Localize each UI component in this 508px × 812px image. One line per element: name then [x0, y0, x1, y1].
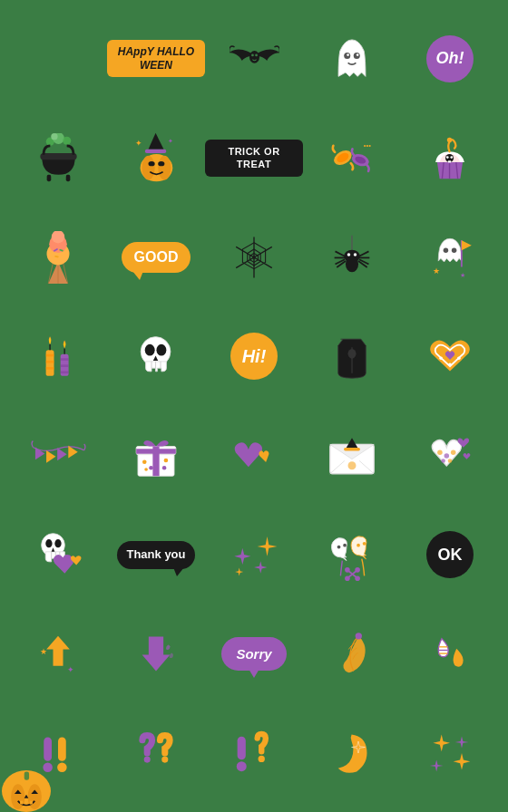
svg-point-120: [144, 468, 148, 471]
svg-point-65: [252, 256, 256, 259]
svg-point-140: [362, 542, 366, 546]
svg-marker-108: [34, 447, 44, 459]
sticker-ghost[interactable]: [303, 9, 401, 109]
svg-point-146: [355, 576, 360, 582]
svg-rect-21: [40, 153, 76, 160]
sticker-balloon-ghosts[interactable]: [303, 506, 401, 605]
svg-point-79: [444, 248, 449, 254]
svg-point-156: [57, 763, 67, 773]
svg-rect-159: [238, 737, 246, 760]
svg-point-149: [356, 633, 362, 639]
svg-rect-8: [24, 801, 27, 805]
svg-point-29: [142, 156, 154, 180]
svg-point-19: [63, 136, 71, 144]
svg-point-134: [45, 539, 52, 547]
sticker-pumpkin[interactable]: [9, 9, 107, 109]
svg-rect-9: [30, 801, 33, 805]
sticker-skull[interactable]: [107, 307, 205, 407]
sticker-bat[interactable]: [205, 9, 303, 109]
sticker-ghost-score[interactable]: ★ ★: [401, 208, 499, 307]
sticker-excl-question[interactable]: [205, 704, 303, 804]
sticker-water-drops[interactable]: [401, 604, 499, 704]
sticker-stars[interactable]: [401, 704, 499, 804]
svg-point-127: [451, 450, 456, 455]
sticker-cauldron[interactable]: [9, 109, 107, 208]
sticker-sorry-bubble[interactable]: Sorry: [205, 604, 303, 704]
svg-point-100: [156, 344, 166, 356]
svg-point-126: [444, 453, 450, 459]
sticker-banner[interactable]: [9, 406, 107, 506]
svg-text:✦: ✦: [168, 139, 173, 146]
svg-point-119: [162, 466, 167, 470]
svg-rect-91: [61, 358, 69, 361]
sticker-arrow-up[interactable]: ★ ✦: [9, 604, 107, 704]
sticker-oh-bubble[interactable]: Oh!: [401, 9, 499, 109]
svg-rect-155: [58, 738, 66, 761]
svg-rect-23: [65, 175, 70, 181]
sticker-spiderweb[interactable]: [205, 208, 303, 307]
svg-point-11: [251, 53, 254, 56]
svg-point-31: [149, 161, 155, 166]
svg-point-118: [164, 458, 169, 462]
svg-marker-24: [149, 133, 164, 150]
sticker-arrow-down[interactable]: [107, 604, 205, 704]
svg-text:★: ★: [40, 647, 47, 656]
svg-point-43: [450, 156, 453, 159]
svg-point-117: [149, 466, 153, 470]
sticker-trick-or-treat[interactable]: TRICK OR TREAT: [205, 109, 303, 208]
svg-rect-7: [20, 801, 23, 805]
sticker-skull-heart[interactable]: [9, 506, 107, 605]
svg-point-16: [357, 53, 359, 56]
svg-point-160: [237, 761, 247, 771]
svg-rect-0: [24, 772, 29, 780]
sticker-candy[interactable]: •••: [303, 109, 401, 208]
svg-rect-92: [61, 365, 69, 368]
svg-point-157: [144, 757, 151, 763]
sticker-thankyou-bubble[interactable]: Thank you: [107, 506, 205, 605]
svg-text:★: ★: [433, 266, 440, 276]
svg-point-138: [343, 544, 347, 547]
sticker-heart-cookie[interactable]: [401, 307, 499, 407]
svg-text:•••: •••: [363, 141, 371, 150]
svg-line-75: [359, 251, 369, 256]
sticker-hearts-cluster[interactable]: [401, 406, 499, 506]
sticker-feather[interactable]: [303, 604, 401, 704]
sticker-purple-hearts[interactable]: [205, 406, 303, 506]
svg-line-71: [336, 251, 346, 256]
sticker-cupcake[interactable]: [401, 109, 499, 208]
sticker-halloween-sign[interactable]: HAppY HALLO WEEN: [107, 9, 205, 109]
sticker-hi-bubble[interactable]: Hi!: [205, 307, 303, 407]
svg-point-68: [346, 256, 358, 272]
sticker-moon[interactable]: [303, 704, 401, 804]
svg-marker-110: [57, 448, 66, 460]
svg-point-158: [161, 757, 168, 763]
sticker-icecream[interactable]: [9, 208, 107, 307]
svg-line-60: [236, 257, 254, 268]
svg-text:✦: ✦: [135, 139, 142, 148]
svg-point-128: [441, 459, 445, 463]
svg-marker-122: [347, 438, 358, 448]
svg-point-69: [347, 253, 351, 256]
sticker-ok-bubble[interactable]: OK: [401, 506, 499, 605]
sticker-gift[interactable]: [107, 406, 205, 506]
svg-line-58: [254, 257, 272, 268]
svg-point-145: [345, 576, 350, 582]
sticker-candles[interactable]: [9, 307, 107, 407]
svg-marker-82: [462, 240, 472, 250]
sticker-good-bubble[interactable]: GOOD: [107, 208, 205, 307]
sticker-sparkles[interactable]: [205, 506, 303, 605]
svg-point-139: [357, 544, 360, 547]
sticker-witch-pumpkin[interactable]: ✦ ✦: [107, 109, 205, 208]
sticker-coffin[interactable]: [303, 307, 401, 407]
svg-rect-87: [46, 361, 54, 363]
svg-point-125: [437, 450, 443, 455]
sticker-spider[interactable]: [303, 208, 401, 307]
svg-rect-25: [145, 150, 166, 153]
svg-point-80: [452, 248, 457, 254]
sticker-envelope[interactable]: [303, 406, 401, 506]
svg-point-129: [448, 459, 453, 463]
svg-point-106: [457, 357, 461, 361]
sticker-question[interactable]: [107, 704, 205, 804]
svg-point-12: [255, 53, 258, 56]
sticker-grid: HAppY HALLO WEEN Oh!: [0, 0, 508, 812]
